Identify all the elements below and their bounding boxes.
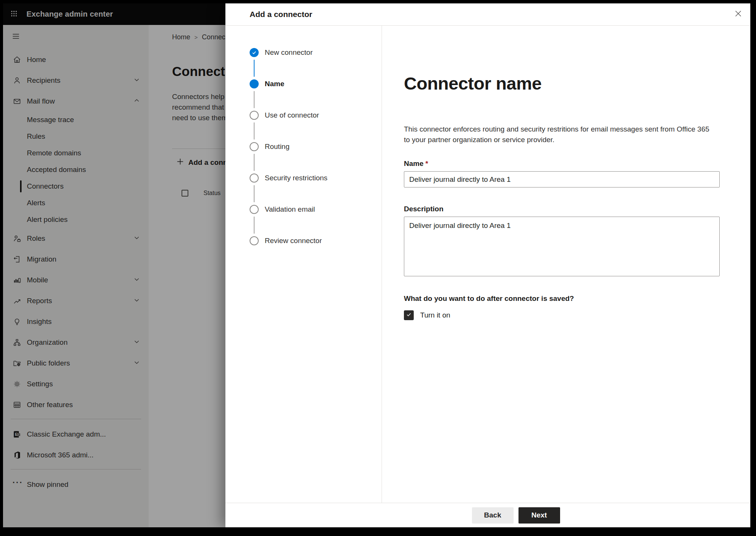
step-upcoming-icon — [250, 236, 259, 245]
step-connector-line — [254, 122, 255, 139]
step-upcoming-icon — [250, 174, 259, 183]
turn-it-on-label: Turn it on — [420, 311, 450, 319]
dialog-body: New connector Name Use of connector — [225, 26, 750, 503]
step-new-connector[interactable]: New connector — [250, 48, 382, 57]
dialog-footer: Back Next — [225, 503, 750, 527]
step-completed-icon — [250, 48, 259, 57]
dialog-header: Add a connector — [225, 3, 750, 26]
description-label: Description — [404, 205, 750, 213]
screenshot-frame: Exchange admin center Home Recipients Ma… — [0, 0, 756, 536]
dialog-title: Add a connector — [250, 10, 312, 19]
checkmark-icon — [406, 311, 412, 319]
step-security-restrictions[interactable]: Security restrictions — [250, 174, 382, 183]
step-review-connector[interactable]: Review connector — [250, 236, 382, 245]
step-current-icon — [250, 79, 259, 88]
step-connector-line — [254, 154, 255, 171]
wizard-content: Connector name This connector enforces r… — [382, 26, 750, 503]
add-connector-dialog: Add a connector New connector Name — [225, 3, 750, 527]
step-name[interactable]: Name — [250, 79, 382, 88]
step-validation-email[interactable]: Validation email — [250, 205, 382, 214]
content-heading: Connector name — [404, 73, 750, 94]
close-icon — [734, 9, 743, 20]
content-intro: This connector enforces routing and secu… — [404, 124, 750, 145]
step-upcoming-icon — [250, 111, 259, 120]
name-label: Name* — [404, 160, 750, 168]
step-upcoming-icon — [250, 205, 259, 214]
turn-it-on-checkbox[interactable] — [404, 310, 414, 320]
name-input[interactable] — [404, 171, 720, 187]
wizard-steps: New connector Name Use of connector — [225, 26, 382, 503]
after-save-question: What do you want to do after connector i… — [404, 294, 750, 303]
turn-it-on-row: Turn it on — [404, 310, 750, 320]
close-button[interactable] — [731, 7, 745, 22]
step-routing[interactable]: Routing — [250, 142, 382, 151]
step-connector-line — [254, 91, 255, 108]
step-connector-line — [254, 60, 255, 77]
next-button[interactable]: Next — [518, 507, 560, 524]
step-connector-line — [254, 185, 255, 202]
step-connector-line — [254, 217, 255, 234]
step-upcoming-icon — [250, 142, 259, 151]
back-button[interactable]: Back — [472, 507, 514, 524]
description-input[interactable]: Deliver journal directly to Area 1 — [404, 217, 720, 276]
required-asterisk: * — [425, 160, 428, 167]
app-window: Exchange admin center Home Recipients Ma… — [3, 3, 750, 527]
step-use-of-connector[interactable]: Use of connector — [250, 111, 382, 120]
